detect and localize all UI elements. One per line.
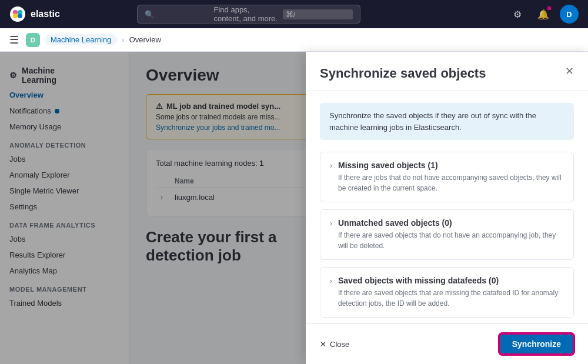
x-icon: ✕ [320, 340, 326, 349]
elastic-logo[interactable]: elastic [9, 6, 60, 22]
chevron-icon-datafeeds: › [330, 277, 332, 285]
alerts-button[interactable]: 🔔 [534, 5, 553, 24]
elastic-logo-icon [9, 6, 26, 22]
breadcrumb-separator: › [122, 35, 124, 44]
modal-footer: ✕ Close Synchronize [306, 323, 588, 364]
section-avatar: D [26, 33, 40, 47]
global-search[interactable]: 🔍 Find apps, content, and more. ⌘/ [137, 5, 360, 24]
modal-header: Synchronize saved objects ✕ [306, 52, 588, 91]
modal-info-banner: Synchronize the saved objects if they ar… [320, 103, 574, 140]
modal-title: Synchronize saved objects [320, 66, 486, 81]
modal-close-button[interactable]: ✕ [565, 66, 574, 76]
user-avatar[interactable]: D [560, 5, 579, 24]
main-layout: ⚙ Machine Learning Overview Notification… [0, 52, 588, 364]
search-shortcut: ⌘/ [283, 9, 353, 19]
accordion-title-missing: Missing saved objects (1) [338, 161, 564, 170]
modal-overlay: Synchronize saved objects ✕ Synchronize … [0, 52, 588, 364]
accordion-desc-unmatched: If there are saved objects that do not h… [338, 230, 564, 251]
sync-modal-panel: Synchronize saved objects ✕ Synchronize … [306, 52, 588, 364]
synchronize-button[interactable]: Synchronize [499, 333, 574, 355]
breadcrumb-bar: ☰ D Machine Learning › Overview [0, 28, 588, 52]
search-icon: 🔍 [145, 10, 209, 19]
svg-point-4 [18, 14, 22, 18]
accordion-header-missing[interactable]: › Missing saved objects (1) If there are… [320, 152, 573, 202]
alert-badge [547, 6, 552, 11]
accordion-desc-missing: If there are jobs that do not have accom… [338, 172, 564, 193]
svg-point-0 [10, 6, 25, 22]
modal-body: Synchronize the saved objects if they ar… [306, 91, 588, 323]
accordion-missing-saved-objects: › Missing saved objects (1) If there are… [320, 152, 574, 202]
breadcrumb-current: Overview [129, 35, 161, 44]
close-label: Close [330, 340, 349, 349]
modal-footer-close[interactable]: ✕ Close [320, 340, 349, 349]
chevron-icon-unmatched: › [330, 219, 332, 228]
chevron-icon-missing: › [330, 162, 332, 170]
hamburger-menu[interactable]: ☰ [9, 34, 19, 46]
accordion-desc-datafeeds: If there are saved objects that are miss… [338, 288, 564, 309]
accordion-unmatched-saved-objects: › Unmatched saved objects (0) If there a… [320, 209, 574, 260]
elastic-logo-text: elastic [31, 9, 60, 19]
top-navigation: elastic 🔍 Find apps, content, and more. … [0, 0, 588, 28]
accordion-title-unmatched: Unmatched saved objects (0) [338, 218, 564, 228]
search-placeholder: Find apps, content, and more. [214, 5, 278, 23]
accordion-header-datafeeds[interactable]: › Saved objects with missing datafeeds (… [320, 268, 573, 317]
breadcrumb-machine-learning[interactable]: Machine Learning [45, 34, 117, 45]
settings-button[interactable]: ⚙ [508, 5, 527, 24]
accordion-missing-datafeeds: › Saved objects with missing datafeeds (… [320, 267, 574, 318]
accordion-header-unmatched[interactable]: › Unmatched saved objects (0) If there a… [320, 210, 573, 259]
nav-right: ⚙ 🔔 D [508, 5, 579, 24]
accordion-title-datafeeds: Saved objects with missing datafeeds (0) [338, 276, 564, 285]
svg-point-3 [13, 14, 18, 18]
